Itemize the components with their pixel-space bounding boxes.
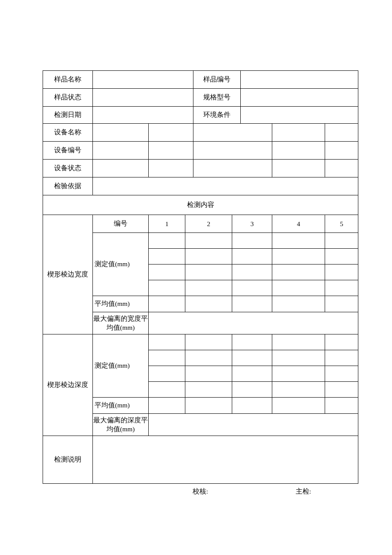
col-numbering: 编号 <box>93 215 149 233</box>
ga-m-2-4 <box>272 249 325 264</box>
section-test-content: 检测内容 <box>43 195 358 215</box>
equip-name-3 <box>193 124 272 142</box>
col-5: 5 <box>325 215 358 233</box>
group-b-max: 最大偏离的深度平均值(mm) <box>93 414 149 436</box>
gb-m-4-4 <box>272 382 325 398</box>
gb-m-1-2 <box>185 334 232 350</box>
group-a-max: 最大偏离的宽度平均值(mm) <box>93 312 149 334</box>
ga-avg-5 <box>325 296 358 312</box>
label-sample-name: 样品名称 <box>43 71 93 89</box>
group-b-title: 楔形棱边深度 <box>43 334 93 436</box>
value-test-note <box>93 436 358 484</box>
equip-name-4 <box>272 124 325 142</box>
equip-name-1 <box>93 124 149 142</box>
ga-avg-2 <box>185 296 232 312</box>
equip-status-2 <box>149 160 193 177</box>
equip-no-5 <box>325 142 358 160</box>
ga-max-value <box>149 312 358 334</box>
gb-m-2-2 <box>185 350 232 366</box>
label-equip-status: 设备状态 <box>43 160 93 177</box>
gb-m-2-3 <box>232 350 272 366</box>
gb-avg-3 <box>232 398 272 414</box>
value-insp-basis <box>93 177 358 195</box>
col-4: 4 <box>272 215 325 233</box>
gb-m-1-5 <box>325 334 358 350</box>
value-env-cond <box>241 107 358 124</box>
label-equip-name: 设备名称 <box>43 124 93 142</box>
label-test-note: 检测说明 <box>43 436 93 484</box>
ga-m-4-2 <box>185 280 232 296</box>
equip-status-5 <box>325 160 358 177</box>
value-sample-name <box>93 71 193 89</box>
ga-m-3-1 <box>149 264 185 280</box>
label-spec-model: 规格型号 <box>193 89 241 107</box>
form-table: 样品名称 样品编号 样品状态 规格型号 检测日期 环境条件 设备名称 设备编号 <box>43 70 358 484</box>
footer-inspector: 主检: <box>296 487 311 496</box>
gb-m-3-3 <box>232 366 272 382</box>
ga-avg-4 <box>272 296 325 312</box>
col-1: 1 <box>149 215 185 233</box>
gb-avg-4 <box>272 398 325 414</box>
ga-m-3-3 <box>232 264 272 280</box>
gb-m-3-1 <box>149 366 185 382</box>
value-spec-model <box>241 89 358 107</box>
gb-avg-1 <box>149 398 185 414</box>
col-2: 2 <box>185 215 232 233</box>
ga-m-4-3 <box>232 280 272 296</box>
gb-max-value <box>149 414 358 436</box>
ga-m-1-4 <box>272 233 325 249</box>
gb-avg-2 <box>185 398 232 414</box>
value-sample-status <box>93 89 193 107</box>
value-test-date <box>93 107 193 124</box>
ga-m-2-3 <box>232 249 272 264</box>
gb-avg-5 <box>325 398 358 414</box>
footer-signatures: 校核: 主检: <box>43 487 358 496</box>
equip-no-1 <box>93 142 149 160</box>
ga-m-2-2 <box>185 249 232 264</box>
group-a-title: 楔形棱边宽度 <box>43 215 93 334</box>
col-3: 3 <box>232 215 272 233</box>
gb-m-2-4 <box>272 350 325 366</box>
ga-m-4-4 <box>272 280 325 296</box>
gb-m-4-2 <box>185 382 232 398</box>
gb-m-3-5 <box>325 366 358 382</box>
ga-m-1-2 <box>185 233 232 249</box>
equip-no-4 <box>272 142 325 160</box>
label-sample-status: 样品状态 <box>43 89 93 107</box>
equip-status-4 <box>272 160 325 177</box>
ga-avg-3 <box>232 296 272 312</box>
ga-m-1-1 <box>149 233 185 249</box>
gb-m-1-4 <box>272 334 325 350</box>
equip-no-2 <box>149 142 193 160</box>
ga-m-4-5 <box>325 280 358 296</box>
ga-m-3-2 <box>185 264 232 280</box>
gb-m-2-5 <box>325 350 358 366</box>
group-b-measured: 测定值(mm) <box>93 334 149 398</box>
ga-m-1-5 <box>325 233 358 249</box>
gb-m-3-4 <box>272 366 325 382</box>
label-env-cond: 环境条件 <box>193 107 241 124</box>
label-test-date: 检测日期 <box>43 107 93 124</box>
value-sample-no <box>241 71 358 89</box>
gb-m-4-3 <box>232 382 272 398</box>
ga-m-1-3 <box>232 233 272 249</box>
group-a-avg: 平均值(mm) <box>93 296 149 312</box>
ga-m-4-1 <box>149 280 185 296</box>
ga-m-2-5 <box>325 249 358 264</box>
equip-name-5 <box>325 124 358 142</box>
group-a-measured: 测定值(mm) <box>93 233 149 296</box>
label-insp-basis: 检验依据 <box>43 177 93 195</box>
ga-m-3-4 <box>272 264 325 280</box>
gb-m-4-1 <box>149 382 185 398</box>
equip-status-3 <box>193 160 272 177</box>
gb-m-3-2 <box>185 366 232 382</box>
equip-name-2 <box>149 124 193 142</box>
label-sample-no: 样品编号 <box>193 71 241 89</box>
label-equip-no: 设备编号 <box>43 142 93 160</box>
gb-m-1-1 <box>149 334 185 350</box>
form-page: 样品名称 样品编号 样品状态 规格型号 检测日期 环境条件 设备名称 设备编号 <box>43 70 358 496</box>
gb-m-1-3 <box>232 334 272 350</box>
ga-avg-1 <box>149 296 185 312</box>
gb-m-4-5 <box>325 382 358 398</box>
gb-m-2-1 <box>149 350 185 366</box>
